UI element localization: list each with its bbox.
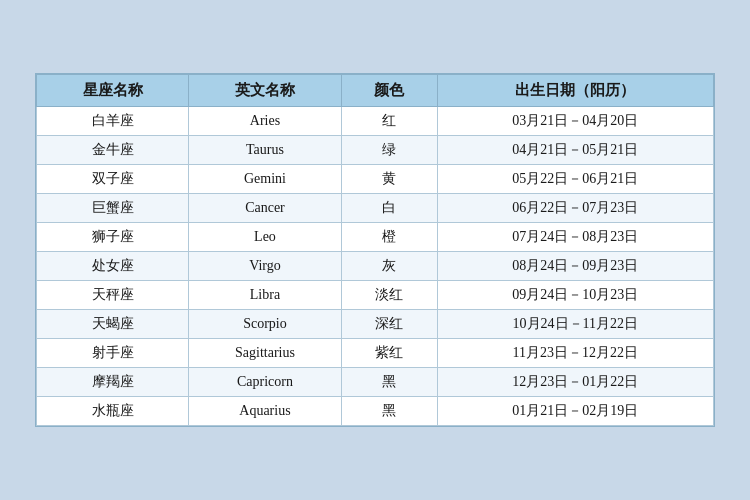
table-cell: 07月24日－08月23日	[437, 223, 713, 252]
table-cell: Virgo	[189, 252, 341, 281]
table-cell: 05月22日－06月21日	[437, 165, 713, 194]
zodiac-table: 星座名称英文名称颜色出生日期（阳历） 白羊座Aries红03月21日－04月20…	[36, 74, 714, 426]
table-row: 巨蟹座Cancer白06月22日－07月23日	[37, 194, 714, 223]
table-cell: 黄	[341, 165, 437, 194]
table-cell: 黑	[341, 397, 437, 426]
table-row: 天蝎座Scorpio深红10月24日－11月22日	[37, 310, 714, 339]
table-cell: 09月24日－10月23日	[437, 281, 713, 310]
table-cell: 处女座	[37, 252, 189, 281]
table-row: 水瓶座Aquarius黑01月21日－02月19日	[37, 397, 714, 426]
table-header-cell: 英文名称	[189, 75, 341, 107]
table-row: 双子座Gemini黄05月22日－06月21日	[37, 165, 714, 194]
table-cell: 03月21日－04月20日	[437, 107, 713, 136]
table-row: 处女座Virgo灰08月24日－09月23日	[37, 252, 714, 281]
table-cell: 白羊座	[37, 107, 189, 136]
table-cell: 水瓶座	[37, 397, 189, 426]
table-body: 白羊座Aries红03月21日－04月20日金牛座Taurus绿04月21日－0…	[37, 107, 714, 426]
table-row: 狮子座Leo橙07月24日－08月23日	[37, 223, 714, 252]
table-header-cell: 星座名称	[37, 75, 189, 107]
table-cell: 11月23日－12月22日	[437, 339, 713, 368]
table-cell: Aries	[189, 107, 341, 136]
table-cell: 08月24日－09月23日	[437, 252, 713, 281]
table-cell: Leo	[189, 223, 341, 252]
table-cell: 10月24日－11月22日	[437, 310, 713, 339]
table-cell: 白	[341, 194, 437, 223]
zodiac-table-wrapper: 星座名称英文名称颜色出生日期（阳历） 白羊座Aries红03月21日－04月20…	[35, 73, 715, 427]
table-cell: Taurus	[189, 136, 341, 165]
table-header-cell: 颜色	[341, 75, 437, 107]
table-header-cell: 出生日期（阳历）	[437, 75, 713, 107]
table-cell: 淡红	[341, 281, 437, 310]
table-cell: 红	[341, 107, 437, 136]
table-row: 金牛座Taurus绿04月21日－05月21日	[37, 136, 714, 165]
table-cell: 金牛座	[37, 136, 189, 165]
table-cell: 狮子座	[37, 223, 189, 252]
table-cell: 双子座	[37, 165, 189, 194]
table-cell: Sagittarius	[189, 339, 341, 368]
table-cell: 天秤座	[37, 281, 189, 310]
table-cell: 巨蟹座	[37, 194, 189, 223]
table-cell: 12月23日－01月22日	[437, 368, 713, 397]
table-cell: 紫红	[341, 339, 437, 368]
table-cell: Scorpio	[189, 310, 341, 339]
table-cell: 天蝎座	[37, 310, 189, 339]
table-cell: 射手座	[37, 339, 189, 368]
table-cell: Aquarius	[189, 397, 341, 426]
table-cell: 04月21日－05月21日	[437, 136, 713, 165]
table-cell: 深红	[341, 310, 437, 339]
table-row: 摩羯座Capricorn黑12月23日－01月22日	[37, 368, 714, 397]
table-cell: 06月22日－07月23日	[437, 194, 713, 223]
table-header-row: 星座名称英文名称颜色出生日期（阳历）	[37, 75, 714, 107]
table-row: 射手座Sagittarius紫红11月23日－12月22日	[37, 339, 714, 368]
table-cell: Capricorn	[189, 368, 341, 397]
table-cell: 绿	[341, 136, 437, 165]
table-cell: Gemini	[189, 165, 341, 194]
table-cell: 灰	[341, 252, 437, 281]
table-row: 白羊座Aries红03月21日－04月20日	[37, 107, 714, 136]
table-row: 天秤座Libra淡红09月24日－10月23日	[37, 281, 714, 310]
table-cell: Libra	[189, 281, 341, 310]
table-cell: Cancer	[189, 194, 341, 223]
table-cell: 摩羯座	[37, 368, 189, 397]
table-cell: 橙	[341, 223, 437, 252]
table-cell: 01月21日－02月19日	[437, 397, 713, 426]
table-cell: 黑	[341, 368, 437, 397]
